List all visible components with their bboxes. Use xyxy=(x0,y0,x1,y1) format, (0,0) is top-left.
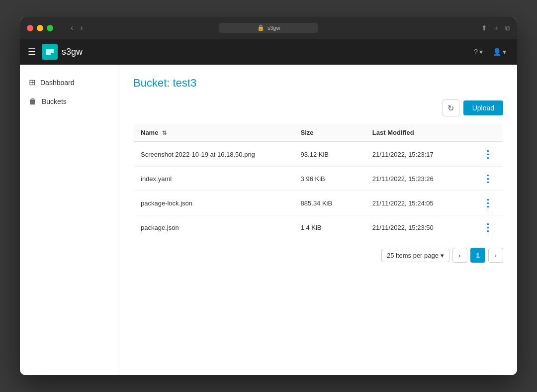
col-size-header: Size xyxy=(294,124,365,142)
nav-forward-button[interactable]: › xyxy=(78,22,85,33)
cell-name-1: index.yaml xyxy=(134,167,294,191)
titlebar: ‹ › 🔒 s3gw ⬆ + ⧉ xyxy=(20,17,517,39)
refresh-button[interactable]: ↻ xyxy=(443,99,459,116)
cell-size-1: 3.96 KiB xyxy=(294,167,365,191)
col-modified-label: Last Modified xyxy=(372,129,414,136)
sidebar-dashboard-label: Dashboard xyxy=(40,79,75,87)
app-topbar: ☰ s3gw ? ▾ 👤 ▾ xyxy=(20,39,517,65)
more-actions-button-0[interactable]: ⋮ xyxy=(480,148,496,160)
titlebar-right: ⬆ + ⧉ xyxy=(481,24,510,32)
maximize-button[interactable] xyxy=(47,25,53,31)
cell-size-3: 1.4 KiB xyxy=(294,215,365,240)
cell-name-3: package.json xyxy=(134,215,294,240)
dashboard-icon: ⊞ xyxy=(29,78,35,87)
logo-icon xyxy=(42,44,58,60)
toolbar: ↻ Upload xyxy=(133,99,503,116)
sort-icon: ⇅ xyxy=(162,130,167,136)
svg-rect-0 xyxy=(46,49,54,51)
cell-actions-2: ⋮ xyxy=(473,191,503,215)
help-dropdown-icon: ▾ xyxy=(479,48,483,56)
app-window: ‹ › 🔒 s3gw ⬆ + ⧉ ☰ xyxy=(20,17,517,375)
user-icon: 👤 xyxy=(493,48,501,56)
table-header: Name ⇅ Size Last Modified xyxy=(134,124,503,142)
cell-actions-1: ⋮ xyxy=(473,167,503,191)
cell-size-2: 885.34 KiB xyxy=(294,191,365,215)
refresh-icon: ↻ xyxy=(448,103,454,113)
cell-modified-1: 21/11/2022, 15:23:26 xyxy=(365,167,473,191)
table-body: Screenshot 2022-10-19 at 16.18.50.png 93… xyxy=(134,142,503,240)
main-content: Bucket: test3 ↻ Upload Name ⇅ xyxy=(119,65,517,375)
app-logo: s3gw xyxy=(42,44,83,60)
user-button[interactable]: 👤 ▾ xyxy=(490,46,509,58)
page-title-prefix: Bucket: xyxy=(133,77,170,89)
buckets-icon: 🗑 xyxy=(29,97,37,106)
more-actions-button-1[interactable]: ⋮ xyxy=(480,173,496,185)
traffic-lights xyxy=(27,25,53,31)
prev-page-button[interactable]: ‹ xyxy=(452,248,467,263)
bucket-name: test3 xyxy=(173,77,197,89)
page-title: Bucket: test3 xyxy=(133,77,503,90)
upload-button[interactable]: Upload xyxy=(463,100,503,115)
address-bar[interactable]: 🔒 s3gw xyxy=(219,23,318,33)
col-actions-header xyxy=(473,124,503,142)
table-row: index.yaml 3.96 KiB 21/11/2022, 15:23:26… xyxy=(134,167,503,191)
cell-modified-3: 21/11/2022, 15:23:50 xyxy=(365,215,473,240)
cell-name-0: Screenshot 2022-10-19 at 16.18.50.png xyxy=(134,142,294,167)
cell-modified-0: 21/11/2022, 15:23:17 xyxy=(365,142,473,167)
hamburger-icon[interactable]: ☰ xyxy=(28,46,36,57)
cell-size-0: 93.12 KiB xyxy=(294,142,365,167)
lock-icon: 🔒 xyxy=(257,24,265,31)
sidebar: ⊞ Dashboard 🗑 Buckets xyxy=(20,65,119,375)
more-actions-button-2[interactable]: ⋮ xyxy=(480,197,496,209)
minimize-button[interactable] xyxy=(37,25,43,31)
help-icon: ? xyxy=(474,48,478,56)
sidebar-buckets-label: Buckets xyxy=(42,98,67,105)
cell-name-2: package-lock.json xyxy=(134,191,294,215)
app-body: ⊞ Dashboard 🗑 Buckets Bucket: test3 ↻ xyxy=(20,65,517,375)
table-row: Screenshot 2022-10-19 at 16.18.50.png 93… xyxy=(134,142,503,167)
per-page-button[interactable]: 25 items per page ▾ xyxy=(381,249,449,262)
pagination-bar: 25 items per page ▾ ‹ 1 › xyxy=(133,248,503,263)
app-wrapper: ☰ s3gw ? ▾ 👤 ▾ xyxy=(20,39,517,375)
cell-actions-0: ⋮ xyxy=(473,142,503,167)
tabs-icon[interactable]: ⧉ xyxy=(505,24,510,32)
table-header-row: Name ⇅ Size Last Modified xyxy=(134,124,503,142)
sidebar-item-buckets[interactable]: 🗑 Buckets xyxy=(20,92,119,111)
url-text: s3gw xyxy=(268,25,280,31)
table-row: package.json 1.4 KiB 21/11/2022, 15:23:5… xyxy=(134,215,503,240)
col-size-label: Size xyxy=(301,129,314,136)
next-page-button[interactable]: › xyxy=(488,248,503,263)
close-button[interactable] xyxy=(27,25,33,31)
user-dropdown-icon: ▾ xyxy=(503,48,506,56)
titlebar-center: 🔒 s3gw xyxy=(219,23,318,33)
col-name-header[interactable]: Name ⇅ xyxy=(134,124,294,142)
file-table: Name ⇅ Size Last Modified xyxy=(133,123,503,240)
col-modified-header: Last Modified xyxy=(365,124,473,142)
per-page-dropdown-icon: ▾ xyxy=(441,252,444,259)
titlebar-nav: ‹ › xyxy=(68,22,86,33)
current-page-button[interactable]: 1 xyxy=(470,248,485,263)
per-page-label: 25 items per page xyxy=(387,252,439,259)
svg-rect-2 xyxy=(46,53,51,55)
nav-back-button[interactable]: ‹ xyxy=(68,22,76,33)
help-button[interactable]: ? ▾ xyxy=(471,46,486,58)
topbar-right: ? ▾ 👤 ▾ xyxy=(471,46,509,58)
share-icon[interactable]: ⬆ xyxy=(481,24,487,32)
more-actions-button-3[interactable]: ⋮ xyxy=(480,221,496,233)
logo-svg xyxy=(45,47,55,57)
cell-modified-2: 21/11/2022, 15:24:05 xyxy=(365,191,473,215)
table-row: package-lock.json 885.34 KiB 21/11/2022,… xyxy=(134,191,503,215)
svg-rect-1 xyxy=(46,51,54,53)
app-name: s3gw xyxy=(62,47,83,57)
plus-icon[interactable]: + xyxy=(494,24,498,32)
cell-actions-3: ⋮ xyxy=(473,215,503,240)
sidebar-item-dashboard[interactable]: ⊞ Dashboard xyxy=(20,73,119,92)
col-name-label: Name xyxy=(141,129,158,136)
